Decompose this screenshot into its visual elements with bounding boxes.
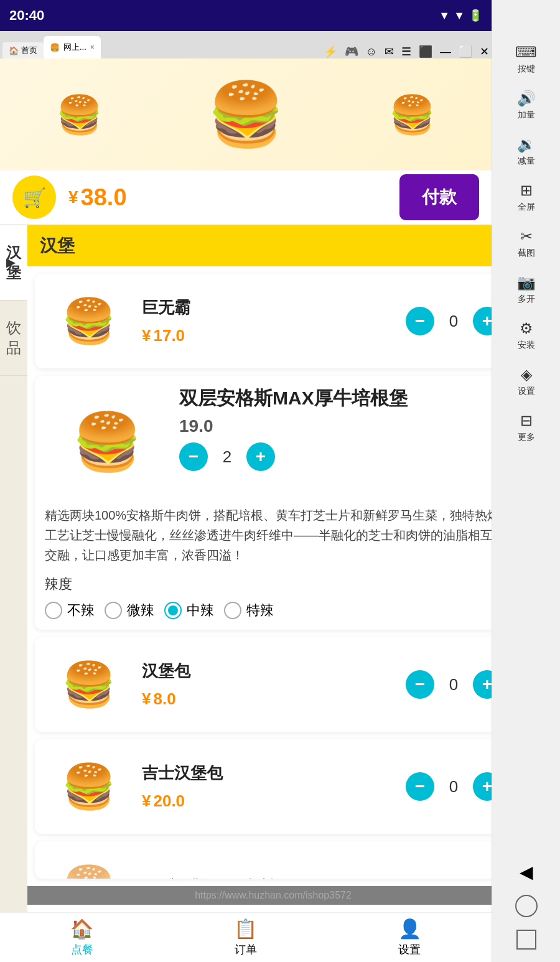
hamburger-decrease-button[interactable]: − <box>406 670 434 699</box>
close-window-icon[interactable]: ✕ <box>480 45 489 58</box>
multiopen-icon: 📷 <box>517 274 536 291</box>
gamepad-icon[interactable]: 🎮 <box>345 45 358 58</box>
spice-radio-hot[interactable] <box>224 602 241 619</box>
fullscreen-label: 全屏 <box>518 202 535 213</box>
spice-radio-noSpice[interactable] <box>45 602 62 619</box>
shuangceng-name: 双层安格斯MAX厚牛培根堡 <box>179 386 502 410</box>
toolbar-btn-screenshot[interactable]: ✂ 截图 <box>498 222 554 265</box>
shuangceng-description: 精选两块100%安格斯牛肉饼，搭配培根、黄车打芝士片和新鲜罗马生菜，独特热熔工艺… <box>45 505 502 565</box>
shuangceng-quantity: 2 <box>218 447 236 467</box>
cart-total: ¥ 38.0 <box>68 184 127 211</box>
spice-option-medium[interactable]: 中辣 <box>164 601 214 620</box>
install-label: 安装 <box>518 340 535 351</box>
cheeseburger-yen: ¥ <box>142 792 151 811</box>
shuangceng-increase-button[interactable]: + <box>246 442 275 471</box>
nav-circle-button[interactable] <box>515 895 538 917</box>
pay-button[interactable]: 付款 <box>399 174 479 220</box>
status-icons: ▼ ▼ 🔋 <box>439 9 482 22</box>
toolbar-btn-multiopen[interactable]: 📷 多开 <box>498 268 554 311</box>
mail-icon[interactable]: ✉ <box>385 45 394 58</box>
sidebar-item-drinks[interactable]: 饮品 <box>0 301 27 376</box>
food-header-banner: 🍔 🍔 🍔 <box>0 58 492 170</box>
juwouba-price: ¥ 17.0 <box>142 326 396 345</box>
hamburger-price: ¥ 8.0 <box>142 689 396 709</box>
bills-icon: 📋 <box>234 918 257 940</box>
bottom-nav-order-label: 点餐 <box>71 942 93 957</box>
bottom-nav-order[interactable]: 🏠 点餐 <box>70 918 93 957</box>
cheeseburger-decrease-button[interactable]: − <box>406 772 434 801</box>
juwouba-decrease-button[interactable]: − <box>406 307 434 335</box>
settings-label: 设置 <box>518 386 535 397</box>
juwouba-name: 巨无霸 <box>142 297 396 319</box>
spice-label: 辣度 <box>45 575 502 594</box>
keyboard-icon: ⌨ <box>515 44 537 61</box>
volume-down-icon: 🔉 <box>517 136 536 153</box>
toolbar-btn-settings[interactable]: ◈ 设置 <box>498 360 554 403</box>
sidebar-item-burger[interactable]: ▶ 汉堡 <box>0 225 27 301</box>
screenshot-label: 截图 <box>518 248 535 259</box>
spice-label-hot: 特辣 <box>246 601 274 620</box>
main-content: ▶ 汉堡 饮品 汉堡 🍔 巨无霸 <box>0 225 492 955</box>
tab-close-button[interactable]: × <box>90 43 95 52</box>
category-header: 汉堡 <box>27 225 519 266</box>
shuangceng-qty-controls: − 2 + <box>179 442 502 471</box>
keyboard-label: 按键 <box>518 63 535 75</box>
minimize-icon[interactable]: — <box>440 45 451 58</box>
install-icon: ⚙ <box>520 320 533 337</box>
spice-option-mild[interactable]: 微辣 <box>105 601 154 620</box>
shuangceng-decrease-button[interactable]: − <box>179 442 208 471</box>
cart-bar: 🛒 ¥ 38.0 付款 <box>0 170 492 225</box>
toolbar-btn-install[interactable]: ⚙ 安装 <box>498 314 554 357</box>
maximize-icon[interactable]: ⬜ <box>459 45 472 58</box>
bottom-nav-bills[interactable]: 📋 订单 <box>234 918 257 957</box>
cheeseburger-price: ¥ 20.0 <box>142 792 396 811</box>
battery-icon: 🔋 <box>469 9 482 22</box>
menu-icon[interactable]: ☰ <box>401 45 411 58</box>
menu-card-cheeseburger: 🍔 吉士汉堡包 ¥ 20.0 − 0 + <box>35 739 511 834</box>
lightning-icon[interactable]: ⚡ <box>324 45 337 58</box>
spice-option-hot[interactable]: 特辣 <box>224 601 274 620</box>
menu-content-area: 汉堡 🍔 巨无霸 ¥ 17.0 − <box>27 225 519 955</box>
cart-price-value: 38.0 <box>81 184 127 211</box>
settings-person-icon: 👤 <box>398 918 421 940</box>
toolbar-btn-fullscreen[interactable]: ⊞ 全屏 <box>498 175 554 219</box>
wifi-icon: ▼ <box>439 9 450 22</box>
spice-label-medium: 中辣 <box>187 601 214 620</box>
shuangceng-image: 🍔 <box>45 386 169 498</box>
volume-down-label: 减量 <box>518 156 535 167</box>
spice-option-noSpice[interactable]: 不辣 <box>45 601 95 620</box>
sidebar-drinks-label: 饮品 <box>6 319 21 356</box>
home-tab[interactable]: 🏠 首页 <box>2 42 44 58</box>
spice-radio-mild[interactable] <box>105 602 122 619</box>
shuangceng-details: 双层安格斯MAX厚牛培根堡 19.0 − 2 + <box>179 386 502 471</box>
toolbar-btn-keyboard[interactable]: ⌨ 按键 <box>498 37 554 81</box>
smiley-icon[interactable]: ☺ <box>366 45 377 58</box>
volume-up-icon: 🔊 <box>517 90 536 107</box>
screen-icon[interactable]: ⬛ <box>419 45 432 58</box>
home-label: 首页 <box>21 45 37 56</box>
toolbar-btn-volume-up[interactable]: 🔊 加量 <box>498 83 554 127</box>
cheeseburger-name: 吉士汉堡包 <box>142 762 396 784</box>
juwouba-price-value: 17.0 <box>153 326 185 345</box>
signal-icon: ▼ <box>454 9 465 22</box>
browser-toolbar: ⚡ 🎮 ☺ ✉ ☰ ⬛ — ⬜ ✕ <box>324 45 489 58</box>
cheeseburger-info: 吉士汉堡包 ¥ 20.0 <box>142 762 396 811</box>
nav-square-button[interactable] <box>516 930 536 950</box>
bottom-nav-settings[interactable]: 👤 设置 <box>398 918 421 957</box>
tab-label: 网上... <box>63 42 86 53</box>
hamburger-info: 汉堡包 ¥ 8.0 <box>142 660 396 709</box>
partial-item-name: 双层安格斯MAX厚牛培根堡 <box>142 877 502 879</box>
nav-back-button[interactable]: ◀ <box>520 862 533 882</box>
status-bar: 20:40 ▼ ▼ 🔋 <box>0 0 492 31</box>
bottom-navigation: 🏠 点餐 📋 订单 👤 设置 <box>0 912 492 962</box>
toolbar-btn-volume-down[interactable]: 🔉 减量 <box>498 129 554 173</box>
cart-icon[interactable]: 🛒 <box>12 175 56 219</box>
fullscreen-icon: ⊞ <box>520 182 533 199</box>
toolbar-btn-more[interactable]: ⊟ 更多 <box>498 406 554 449</box>
juwouba-quantity: 0 <box>444 312 463 331</box>
active-tab[interactable]: 🍔 网上... × <box>44 36 101 58</box>
juwouba-image: 🍔 <box>45 284 132 358</box>
shuangceng-price: 19.0 <box>179 416 502 436</box>
spice-radio-medium[interactable] <box>164 602 182 619</box>
hamburger-yen: ¥ <box>142 689 151 709</box>
